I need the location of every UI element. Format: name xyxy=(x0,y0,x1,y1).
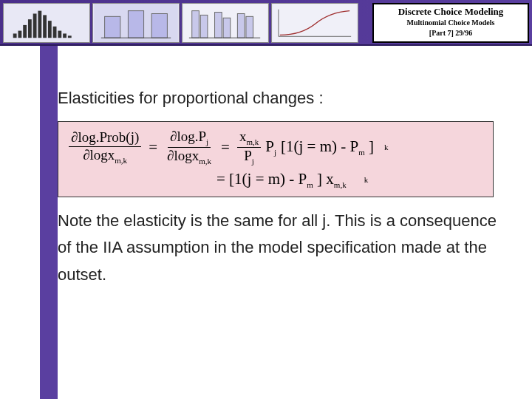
equals-1: = xyxy=(146,138,160,157)
svg-rect-1 xyxy=(13,33,17,38)
svg-rect-4 xyxy=(28,19,32,38)
title-sub: Multinomial Choice Models xyxy=(378,18,523,27)
slide-header: Discrete Choice Modeling Multinomial Cho… xyxy=(0,0,532,46)
svg-rect-19 xyxy=(192,11,200,38)
svg-rect-6 xyxy=(38,11,41,38)
svg-rect-15 xyxy=(128,11,143,38)
svg-rect-5 xyxy=(33,13,37,38)
svg-rect-2 xyxy=(18,31,21,38)
svg-rect-14 xyxy=(105,16,120,38)
svg-rect-9 xyxy=(53,27,57,38)
formula-line-2: = [1(j = m) - Pm ] xm,k k xyxy=(69,170,482,189)
barchart-thumb xyxy=(92,3,180,43)
title-part: [Part 7] 29/96 xyxy=(378,29,523,37)
svg-rect-24 xyxy=(246,16,253,38)
content-heading: Elasticities for proportional changes : xyxy=(58,89,516,108)
equals-2: = xyxy=(218,138,233,157)
formula-box: ∂log.Prob(j) ∂logxm,k = ∂log.Pj ∂logxm,k… xyxy=(58,121,494,197)
svg-rect-3 xyxy=(23,25,27,38)
grouped-bars-thumb xyxy=(182,3,269,43)
svg-rect-21 xyxy=(215,13,222,38)
rhs-fraction: xm,k Pj xyxy=(237,129,261,166)
title-main: Discrete Choice Modeling xyxy=(378,6,523,18)
accent-band xyxy=(40,46,58,399)
rhs-Pj: Pj xyxy=(265,137,276,157)
chart-thumbnails xyxy=(3,3,358,43)
svg-rect-8 xyxy=(48,21,52,38)
svg-rect-23 xyxy=(237,13,245,38)
curve-thumb xyxy=(271,3,358,43)
left-sidebar xyxy=(0,46,40,399)
svg-rect-7 xyxy=(43,15,47,38)
note-text: Note the elasticity is the same for all … xyxy=(58,208,501,288)
trail-sub-2: k xyxy=(364,175,369,184)
svg-rect-22 xyxy=(223,18,231,38)
slide-content: Elasticities for proportional changes : … xyxy=(58,89,516,288)
svg-rect-10 xyxy=(58,31,61,38)
svg-rect-12 xyxy=(68,35,72,38)
formula-line-1: ∂log.Prob(j) ∂logxm,k = ∂log.Pj ∂logxm,k… xyxy=(69,129,482,166)
histogram-thumb xyxy=(3,3,90,43)
lhs-fraction: ∂log.Prob(j) ∂logxm,k xyxy=(69,130,141,165)
mid-fraction: ∂log.Pj ∂logxm,k xyxy=(165,129,214,166)
title-box: Discrete Choice Modeling Multinomial Cho… xyxy=(372,3,529,43)
svg-rect-16 xyxy=(151,13,167,38)
rhs-bracket: [1(j = m) - Pm ] xyxy=(281,137,374,157)
svg-rect-11 xyxy=(63,33,66,38)
trail-sub-1: k xyxy=(384,143,389,151)
svg-rect-20 xyxy=(200,15,208,38)
